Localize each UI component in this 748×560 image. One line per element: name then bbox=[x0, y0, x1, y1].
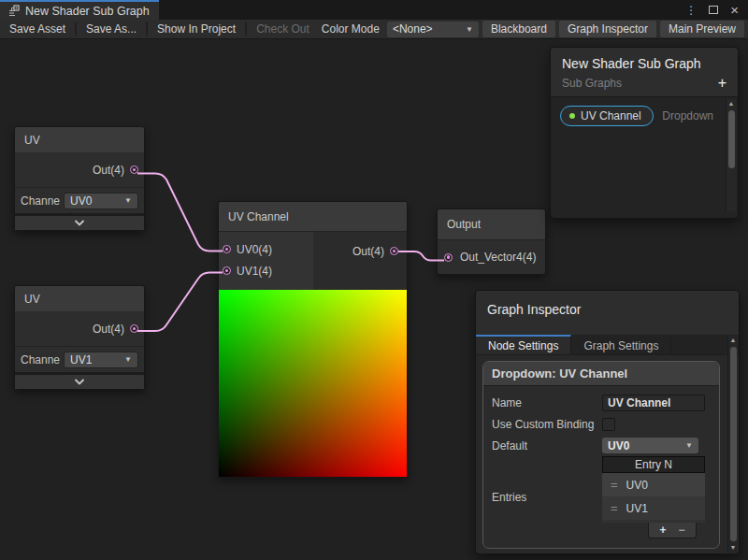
scroll-up-icon[interactable]: ▲ bbox=[730, 336, 737, 345]
blackboard-toggle-button[interactable]: Blackboard bbox=[482, 21, 555, 37]
inspector-title: Graph Inspector bbox=[487, 302, 727, 317]
save-asset-button[interactable]: Save Asset bbox=[0, 20, 75, 38]
graph-inspector-panel: Graph Inspector Node Settings Graph Sett… bbox=[475, 290, 740, 554]
check-out-button: Check Out bbox=[247, 20, 319, 38]
blackboard-body: UV Channel Dropdown ▲ bbox=[551, 97, 738, 213]
entry-value: UV1 bbox=[626, 502, 648, 515]
channel-label: Channe bbox=[21, 194, 60, 208]
wire-uv1-to-uv0[interactable] bbox=[137, 174, 223, 251]
inspector-header: Graph Inspector bbox=[476, 291, 739, 335]
port-label-out: Out(4) bbox=[93, 164, 124, 177]
port-label-uv1: UV1(4) bbox=[237, 265, 272, 278]
toolbar: Save Asset Save As... Show In Project Ch… bbox=[0, 20, 748, 39]
default-label: Default bbox=[492, 439, 602, 452]
tab-node-settings[interactable]: Node Settings bbox=[476, 335, 571, 354]
entry-row-uv1[interactable]: = UV1 bbox=[602, 496, 705, 520]
channel-value: UV1 bbox=[70, 353, 92, 366]
entries-list: = UV0 = UV1 bbox=[602, 473, 705, 523]
inspector-tabs: Node Settings Graph Settings bbox=[476, 335, 739, 355]
node-output[interactable]: Output Out_Vector4(4) bbox=[437, 208, 546, 275]
use-custom-binding-checkbox[interactable] bbox=[602, 418, 615, 431]
color-mode-label: Color Mode bbox=[322, 22, 380, 36]
scroll-down-icon[interactable]: ▼ bbox=[730, 543, 737, 553]
entry-value: UV0 bbox=[626, 479, 648, 492]
chevron-down-icon: ▼ bbox=[685, 441, 693, 450]
use-custom-binding-label: Use Custom Binding bbox=[492, 418, 602, 431]
node-title[interactable]: Output bbox=[438, 209, 545, 240]
uv-gradient-preview bbox=[219, 290, 407, 477]
chevron-down-icon: ▼ bbox=[124, 196, 132, 205]
node-uv-2[interactable]: UV Out(4) Channe UV1 ▼ bbox=[14, 285, 145, 390]
collapse-chevron-icon bbox=[74, 220, 85, 226]
dropdown-settings-box: Dropdown: UV Channel Name Use Custom Bin… bbox=[482, 361, 720, 549]
default-dropdown[interactable]: UV0 ▼ bbox=[602, 438, 698, 453]
node-collapse-button[interactable] bbox=[15, 372, 144, 389]
port-label-out: Out(4) bbox=[352, 245, 384, 258]
node-collapse-button[interactable] bbox=[15, 213, 144, 230]
blackboard-subtitle: Sub Graphs bbox=[562, 77, 622, 90]
window-maximize-icon[interactable] bbox=[709, 6, 718, 14]
collapse-chevron-icon bbox=[74, 379, 85, 385]
port-label-out-vector4: Out_Vector4(4) bbox=[460, 251, 536, 264]
color-mode-value: <None> bbox=[393, 22, 433, 36]
wire-uv2-to-uv1[interactable] bbox=[137, 273, 223, 332]
node-title[interactable]: UV bbox=[15, 127, 144, 152]
property-dot-icon bbox=[569, 113, 575, 119]
graph-inspector-toggle-button[interactable]: Graph Inspector bbox=[559, 21, 656, 37]
tab-new-shader-sub-graph[interactable]: New Shader Sub Graph bbox=[0, 0, 159, 20]
window-tab-bar: New Shader Sub Graph ⋮ × bbox=[0, 0, 748, 20]
save-as-button[interactable]: Save As... bbox=[77, 20, 146, 38]
blackboard-scrollbar[interactable]: ▲ bbox=[726, 99, 736, 211]
blackboard-panel: New Shader Sub Graph Sub Graphs + UV Cha… bbox=[550, 47, 739, 219]
window-close-icon[interactable]: × bbox=[730, 6, 739, 15]
channel-dropdown[interactable]: UV1 ▼ bbox=[64, 352, 138, 368]
entries-table: Entry N = UV0 = UV1 + bbox=[602, 456, 705, 538]
tab-graph-settings[interactable]: Graph Settings bbox=[571, 335, 671, 354]
property-name: UV Channel bbox=[581, 109, 641, 122]
tab-title: New Shader Sub Graph bbox=[25, 5, 150, 18]
port-out-vector4-icon[interactable] bbox=[444, 253, 453, 262]
main-preview-toggle-button[interactable]: Main Preview bbox=[660, 21, 744, 37]
entries-column-header: Entry N bbox=[602, 456, 705, 473]
entries-label: Entries bbox=[492, 491, 602, 504]
section-title: Dropdown: UV Channel bbox=[483, 362, 719, 386]
remove-entry-button[interactable]: − bbox=[679, 524, 685, 537]
entry-row-uv0[interactable]: = UV0 bbox=[602, 473, 705, 496]
add-property-button[interactable]: + bbox=[718, 78, 726, 89]
chevron-down-icon: ▼ bbox=[124, 355, 132, 364]
property-type: Dropdown bbox=[662, 109, 713, 122]
port-label-uv0: UV0(4) bbox=[237, 243, 272, 256]
color-mode-dropdown[interactable]: <None> ▼ bbox=[387, 22, 479, 37]
add-entry-button[interactable]: + bbox=[659, 524, 666, 537]
name-input[interactable] bbox=[602, 395, 705, 411]
port-out-icon[interactable] bbox=[390, 247, 398, 255]
name-label: Name bbox=[492, 396, 602, 409]
port-uv0-in-icon[interactable] bbox=[223, 245, 231, 253]
show-in-project-button[interactable]: Show In Project bbox=[148, 20, 245, 38]
inspector-content: Dropdown: UV Channel Name Use Custom Bin… bbox=[476, 355, 739, 553]
default-value: UV0 bbox=[608, 439, 629, 452]
shader-graph-icon bbox=[7, 5, 20, 17]
drag-handle-icon[interactable]: = bbox=[611, 501, 618, 515]
inspector-scrollbar[interactable]: ▲ ▼ bbox=[727, 336, 738, 553]
window-menu-icon[interactable]: ⋮ bbox=[685, 4, 697, 17]
port-out-icon[interactable] bbox=[130, 165, 138, 174]
node-title[interactable]: UV bbox=[15, 286, 144, 311]
scroll-up-icon[interactable]: ▲ bbox=[728, 99, 735, 108]
property-pill-uv-channel[interactable]: UV Channel bbox=[560, 106, 654, 126]
channel-value: UV0 bbox=[70, 194, 92, 208]
blackboard-title: New Shader Sub Graph bbox=[562, 56, 726, 71]
channel-label: Channe bbox=[21, 353, 60, 366]
node-uv-channel[interactable]: UV Channel UV0(4) UV1(4) Out(4) bbox=[218, 201, 408, 478]
blackboard-header: New Shader Sub Graph Sub Graphs + bbox=[551, 48, 738, 97]
node-uv-1[interactable]: UV Out(4) Channe UV0 ▼ bbox=[14, 126, 145, 231]
port-label-out: Out(4) bbox=[93, 323, 124, 336]
chevron-down-icon: ▼ bbox=[466, 25, 473, 34]
port-out-icon[interactable] bbox=[130, 324, 138, 333]
drag-handle-icon[interactable]: = bbox=[611, 478, 618, 492]
channel-dropdown[interactable]: UV0 ▼ bbox=[64, 193, 138, 209]
scrollbar-thumb[interactable] bbox=[728, 110, 735, 168]
scrollbar-thumb[interactable] bbox=[730, 347, 737, 541]
port-uv1-in-icon[interactable] bbox=[223, 266, 231, 275]
node-title[interactable]: UV Channel bbox=[219, 202, 407, 232]
